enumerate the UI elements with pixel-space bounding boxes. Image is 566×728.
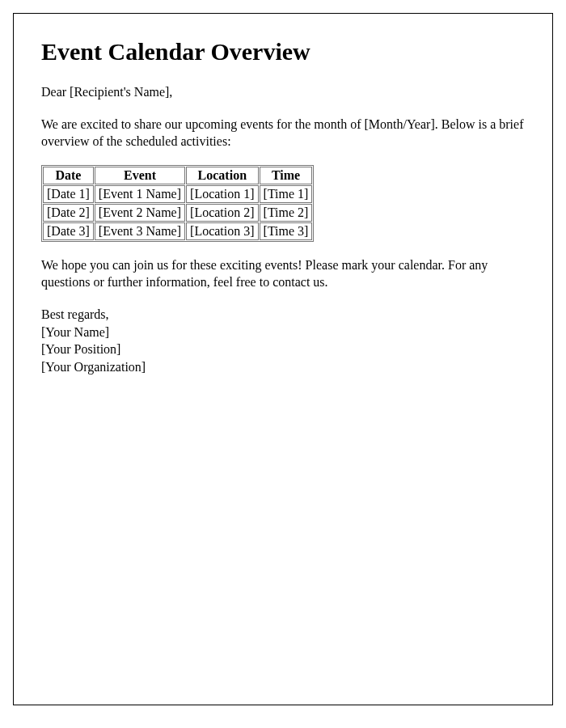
document-page: Event Calendar Overview Dear [Recipient'… [13, 13, 553, 705]
cell-date: [Date 1] [43, 185, 94, 203]
header-time: Time [260, 167, 313, 184]
closing-organization: [Your Organization] [41, 358, 525, 376]
page-title: Event Calendar Overview [41, 38, 525, 66]
header-event: Event [95, 167, 185, 184]
closing-block: Best regards, [Your Name] [Your Position… [41, 306, 525, 375]
cell-location: [Location 2] [186, 204, 259, 222]
cell-time: [Time 3] [260, 222, 313, 240]
intro-paragraph: We are excited to share our upcoming eve… [41, 116, 525, 150]
header-date: Date [43, 167, 94, 184]
header-location: Location [186, 167, 259, 184]
outro-paragraph: We hope you can join us for these exciti… [41, 256, 525, 291]
cell-time: [Time 1] [260, 185, 313, 203]
closing-name: [Your Name] [41, 324, 525, 341]
cell-location: [Location 3] [186, 222, 259, 240]
closing-position: [Your Position] [41, 341, 525, 358]
table-row: [Date 1] [Event 1 Name] [Location 1] [Ti… [43, 185, 312, 203]
greeting-line: Dear [Recipient's Name], [41, 83, 525, 101]
cell-location: [Location 1] [186, 185, 259, 203]
cell-event: [Event 2 Name] [95, 204, 185, 222]
cell-event: [Event 3 Name] [95, 222, 185, 240]
table-header-row: Date Event Location Time [43, 167, 312, 184]
events-table: Date Event Location Time [Date 1] [Event… [41, 165, 314, 242]
table-row: [Date 3] [Event 3 Name] [Location 3] [Ti… [43, 222, 312, 240]
cell-time: [Time 2] [260, 204, 313, 222]
table-row: [Date 2] [Event 2 Name] [Location 2] [Ti… [43, 204, 312, 222]
cell-event: [Event 1 Name] [95, 185, 185, 203]
cell-date: [Date 2] [43, 204, 94, 222]
cell-date: [Date 3] [43, 222, 94, 240]
closing-salutation: Best regards, [41, 306, 525, 324]
